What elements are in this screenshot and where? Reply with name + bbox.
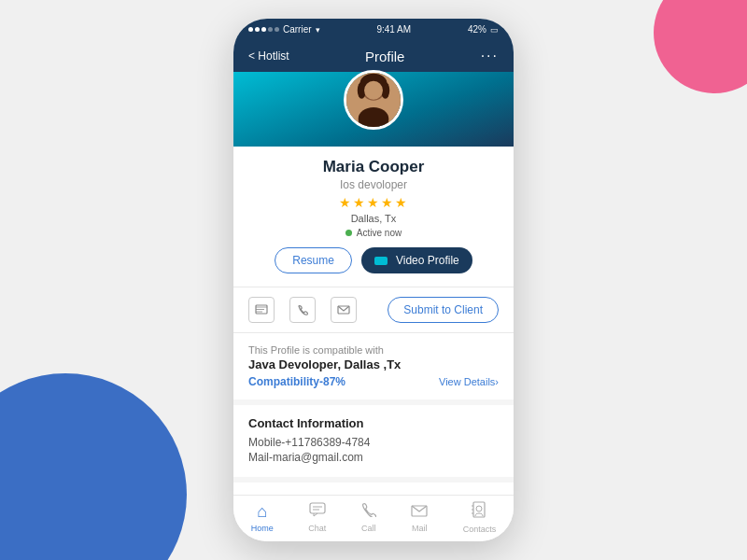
status-bar: Carrier ▾ 9:41 AM 42% ▭ — [233, 19, 514, 40]
nav-item-contacts[interactable]: Contacts — [463, 501, 497, 534]
dot-2 — [255, 27, 260, 32]
battery-icon: ▭ — [490, 25, 499, 35]
avatar — [344, 70, 403, 130]
time-display: 9:41 AM — [376, 24, 411, 35]
phone-frame: Carrier ▾ 9:41 AM 42% ▭ < Hotlist Profil… — [233, 19, 514, 541]
phone-icon-button[interactable] — [289, 297, 316, 323]
dot-3 — [261, 27, 266, 32]
compat-intro: This Profile is compatible with — [248, 344, 499, 356]
mail-line: Mail-maria@gmail.com — [248, 451, 499, 464]
bottom-nav: ⌂ Home Chat Call — [233, 495, 514, 541]
dot-5 — [275, 27, 279, 32]
action-icons — [248, 297, 357, 323]
mail-label: Mail- — [248, 451, 273, 464]
back-button[interactable]: < Hotlist — [248, 49, 289, 63]
mail-label: Mail — [412, 524, 428, 533]
profile-card: Maria Cooper Ios devoloper ★★★★★ Dallas,… — [233, 147, 514, 287]
compatibility-card: This Profile is compatible with Java Dev… — [233, 333, 514, 399]
svg-point-20 — [476, 506, 482, 511]
email-icon-button[interactable] — [331, 297, 357, 323]
video-profile-button[interactable]: Video Profile — [361, 247, 472, 273]
video-profile-label: Video Profile — [396, 254, 459, 267]
mobile-label: Mobile- — [248, 436, 285, 449]
battery-percent: 42% — [468, 24, 486, 35]
mobile-value: +11786389-4784 — [285, 436, 370, 449]
compat-percent: Compatibility-87% — [248, 375, 345, 388]
mail-value: maria@gmail.com — [273, 451, 363, 464]
call-icon — [361, 502, 376, 522]
compat-value: 87% — [323, 375, 345, 388]
tech-card: Tech Category Java Application Devoloper — [233, 483, 514, 495]
compat-label: Compatibility- — [248, 375, 323, 388]
nav-bar: < Hotlist Profile ··· — [233, 40, 514, 72]
profile-buttons: Resume Video Profile — [275, 247, 472, 273]
mail-icon — [411, 502, 428, 522]
contact-section-title: Contact Information — [248, 416, 499, 430]
contacts-icon — [472, 501, 486, 523]
active-label: Active now — [357, 228, 402, 238]
home-label: Home — [251, 524, 274, 533]
avatar-image — [346, 73, 401, 127]
page-title: Profile — [365, 49, 405, 64]
profile-header — [233, 72, 514, 147]
home-icon: ⌂ — [257, 502, 267, 522]
profile-name: Maria Cooper — [233, 154, 514, 176]
more-options-button[interactable]: ··· — [481, 48, 499, 64]
resume-button[interactable]: Resume — [275, 247, 352, 273]
compat-job: Java Devoloper, Dallas ,Tx — [248, 357, 499, 371]
content-area: This Profile is compatible with Java Dev… — [233, 333, 514, 495]
nav-item-mail[interactable]: Mail — [411, 502, 428, 533]
nav-item-home[interactable]: ⌂ Home — [251, 502, 274, 533]
profile-role: Ios devoloper — [340, 178, 407, 191]
mobile-line: Mobile-+11786389-4784 — [248, 436, 499, 449]
dot-1 — [248, 27, 253, 32]
contact-card: Contact Information Mobile-+11786389-478… — [233, 405, 514, 477]
svg-rect-12 — [310, 503, 325, 513]
submit-to-client-button[interactable]: Submit to Client — [388, 297, 499, 323]
svg-point-5 — [364, 81, 383, 100]
signal-dots — [248, 27, 279, 32]
status-right: 42% ▭ — [468, 24, 499, 35]
carrier-label: Carrier — [283, 24, 312, 35]
compat-row: Compatibility-87% View Details› — [248, 375, 499, 388]
nav-item-call[interactable]: Call — [361, 502, 376, 533]
dot-4 — [268, 27, 273, 32]
message-icon-button[interactable] — [248, 297, 275, 323]
profile-location: Dallas, Tx — [351, 213, 397, 224]
active-status: Active now — [345, 228, 402, 238]
call-label: Call — [361, 524, 376, 533]
nav-item-chat[interactable]: Chat — [308, 502, 326, 533]
contacts-label: Contacts — [463, 525, 497, 534]
blue-background-shape — [0, 373, 187, 560]
pink-background-shape — [654, 0, 747, 93]
chat-label: Chat — [308, 524, 326, 533]
active-dot — [345, 230, 352, 236]
view-details-link[interactable]: View Details› — [439, 376, 499, 387]
action-bar: Submit to Client — [233, 287, 514, 333]
wifi-icon: ▾ — [316, 25, 320, 35]
status-left: Carrier ▾ — [248, 24, 320, 35]
chat-icon — [309, 502, 326, 522]
rating-stars: ★★★★★ — [339, 195, 409, 210]
